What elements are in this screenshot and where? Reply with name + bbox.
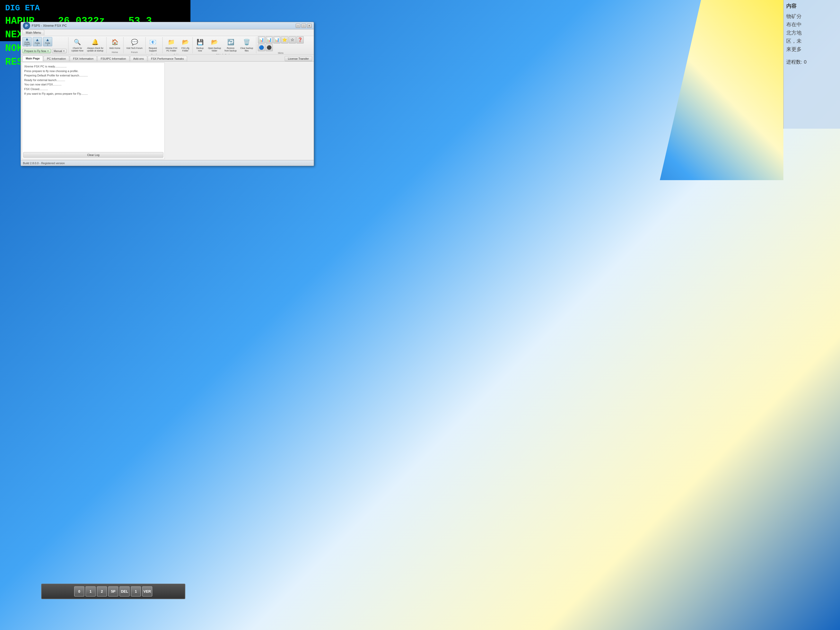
fsx-cfg-folder-label: FSX.cfgFolder xyxy=(182,47,189,52)
log-line-4: Ready for external launch........... xyxy=(24,78,163,83)
profile-2-icon: ▲ xyxy=(35,38,39,42)
log-line-2: Press prepare to fly now choosing a prof… xyxy=(24,69,163,74)
tab-fsx-performance-tweaks[interactable]: FSX Performance Tweaks xyxy=(148,56,187,61)
open-backup-folder-button[interactable]: 📂 Open backupfolder xyxy=(207,37,223,53)
log-line-1: Xtreme FSX PC is ready............... xyxy=(24,64,163,69)
restore-from-backup-label: Restorefrom backup xyxy=(225,47,237,52)
manual-dropdown-arrow: ▼ xyxy=(63,50,65,52)
web-home-icon: 🏠 xyxy=(111,38,119,46)
profile-default-icon: ▲ xyxy=(25,37,29,41)
content-area: Xtreme FSX PC is ready............... Pr… xyxy=(21,62,314,160)
profile-3-icon: ▲ xyxy=(46,38,50,42)
menu-bar: Main Menu xyxy=(21,29,314,36)
email-icon: 📧 xyxy=(149,38,157,46)
skin-icon-2[interactable]: 📊 xyxy=(265,36,273,44)
skins-icons: 📊 📊 📊 ⭐ ☆ ❓ xyxy=(258,36,304,44)
app-window: P FSP5 - Xtreme FSX PC — □ ✕ Main Menu ▲… xyxy=(21,22,314,166)
backup-buttons: 💾 Backupnow 📂 Open backupfolder ↩️ Resto… xyxy=(194,37,254,53)
manual-button[interactable]: Manual ▼ xyxy=(52,49,67,53)
tab-fsuipc-information[interactable]: FSUIPC Information xyxy=(97,56,129,61)
toolbar: ▲ ProfileDefault1 ▲ Profile2 ▲ Profile3 … xyxy=(21,36,314,55)
title-bar-controls: — □ ✕ xyxy=(296,24,312,28)
web-home-button[interactable]: 🏠 Web Home xyxy=(108,37,122,51)
progress-value: 0 xyxy=(804,59,807,65)
xtreme-fsx-folder-button[interactable]: 📁 Xtreme FSXPC Folder xyxy=(164,37,178,53)
toolbar-group-prepare: ▲ ProfileDefault1 ▲ Profile2 ▲ Profile3 … xyxy=(22,37,68,53)
taskbar-key-ver[interactable]: VER xyxy=(142,586,152,597)
close-button[interactable]: ✕ xyxy=(307,24,312,28)
open-backup-folder-label: Open backupfolder xyxy=(208,47,221,52)
tab-pc-information[interactable]: PC Information xyxy=(44,56,69,61)
tab-add-ons[interactable]: Add-ons xyxy=(130,56,147,61)
skin-icon-4[interactable]: ⭐ xyxy=(281,36,288,44)
manual-label: Manual xyxy=(54,50,62,52)
atc-header: DIG ETA xyxy=(5,3,185,14)
profile-2-button[interactable]: ▲ Profile2 xyxy=(33,37,42,46)
taskbar-key-1[interactable]: 1 xyxy=(85,586,96,597)
license-transfer-button[interactable]: License Transfer xyxy=(285,56,312,61)
folder-buttons: 📁 Xtreme FSXPC Folder 📂 FSX.cfgFolder xyxy=(164,37,191,53)
skin-icon-5[interactable]: ☆ xyxy=(289,36,296,44)
toolbar-group-home: 🏠 Web Home Home xyxy=(108,37,123,53)
check-update-label: Check forUpdate Now xyxy=(71,47,84,52)
always-check-icon: 🔔 xyxy=(91,38,99,46)
log-line-5: You can now start FSX........... xyxy=(24,82,163,87)
log-panel: Xtreme FSX PC is ready............... Pr… xyxy=(22,63,165,159)
backup-now-icon: 💾 xyxy=(196,38,204,46)
web-home-label: Web Home xyxy=(109,47,120,49)
skins-icons-row2: 🔵 ⚫ xyxy=(258,44,304,51)
minimize-button[interactable]: — xyxy=(296,24,300,28)
status-bar: Build 2.8.0.0 - Registered version xyxy=(21,160,314,166)
tab-main-page[interactable]: Main Page xyxy=(22,55,43,61)
skin-icon-3[interactable]: 📊 xyxy=(273,36,281,44)
taskbar-key-1b[interactable]: 1 xyxy=(131,586,141,597)
taskbar-key-del[interactable]: DEL xyxy=(119,586,130,597)
fsx-folder-icon: 📁 xyxy=(167,38,175,46)
backup-now-button[interactable]: 💾 Backupnow xyxy=(194,37,205,53)
forum-buttons: 💬 Visit Tech Forum xyxy=(125,37,144,51)
always-check-update-button[interactable]: 🔔 Always check forupdate at startup xyxy=(86,37,105,53)
profile-default-button[interactable]: ▲ ProfileDefault1 xyxy=(22,37,32,46)
tab-fsx-information[interactable]: FSX Information xyxy=(70,56,97,61)
log-line-3: Prepering Default Profile for external l… xyxy=(24,73,163,78)
taskbar-key-2[interactable]: 2 xyxy=(97,586,107,597)
request-support-button[interactable]: 📧 RequestSupport xyxy=(147,37,158,53)
backup-now-label: Backupnow xyxy=(196,47,204,52)
always-check-label: Always check forupdate at startup xyxy=(87,47,103,52)
restore-from-backup-button[interactable]: ↩️ Restorefrom backup xyxy=(223,37,238,53)
log-line-7: If you want to Fly again, press prepare … xyxy=(24,92,163,96)
fsx-cfg-folder-button[interactable]: 📂 FSX.cfgFolder xyxy=(180,37,191,53)
taskbar-key-0[interactable]: 0 xyxy=(74,586,84,597)
forum-group-label: Forum xyxy=(125,51,144,54)
skin-icon-1[interactable]: 📊 xyxy=(258,36,265,44)
forum-label: Visit Tech Forum xyxy=(126,47,142,49)
log-content: Xtreme FSX PC is ready............... Pr… xyxy=(22,63,164,151)
tabs-row: Main Page PC Information FSX Information… xyxy=(21,55,314,62)
taskbar-key-5p[interactable]: 5P xyxy=(108,586,118,597)
clear-backup-icon: 🗑️ xyxy=(243,38,251,46)
request-support-label: RequestSupport xyxy=(149,47,157,52)
prepare-to-fly-label: Prepare to Fly Now xyxy=(24,50,46,52)
prepare-to-fly-button[interactable]: Prepare to Fly Now ▼ xyxy=(22,49,51,53)
main-menu-tab[interactable]: Main Menu xyxy=(22,30,44,35)
app-logo: P xyxy=(23,22,30,29)
clear-log-button[interactable]: Clear Log xyxy=(23,152,163,158)
skin-icon-help[interactable]: ❓ xyxy=(297,36,304,44)
maximize-button[interactable]: □ xyxy=(302,24,306,28)
visit-tech-forum-button[interactable]: 💬 Visit Tech Forum xyxy=(125,37,144,51)
prepare-dropdown-arrow: ▼ xyxy=(47,50,49,52)
restore-icon: ↩️ xyxy=(226,38,235,46)
xtreme-fsx-folder-label: Xtreme FSXPC Folder xyxy=(166,47,177,52)
home-buttons: 🏠 Web Home xyxy=(108,37,122,51)
skin-icon-6[interactable]: 🔵 xyxy=(258,44,265,51)
title-bar: P FSP5 - Xtreme FSX PC — □ ✕ xyxy=(21,22,314,29)
profile-buttons-row: ▲ ProfileDefault1 ▲ Profile2 ▲ Profile3 xyxy=(22,37,52,48)
toolbar-group-updates: 🔍 Check forUpdate Now 🔔 Always check for… xyxy=(70,37,107,53)
profile-3-button[interactable]: ▲ Profile3 xyxy=(43,37,52,46)
check-for-update-button[interactable]: 🔍 Check forUpdate Now xyxy=(70,37,85,53)
email-buttons: 📧 RequestSupport xyxy=(147,37,158,53)
window-title: FSP5 - Xtreme FSX PC xyxy=(32,24,67,28)
right-panel-label: 内容 xyxy=(786,3,837,9)
clear-backup-files-button[interactable]: 🗑️ Clear backupfiles xyxy=(239,37,254,53)
skin-icon-7[interactable]: ⚫ xyxy=(265,44,273,51)
